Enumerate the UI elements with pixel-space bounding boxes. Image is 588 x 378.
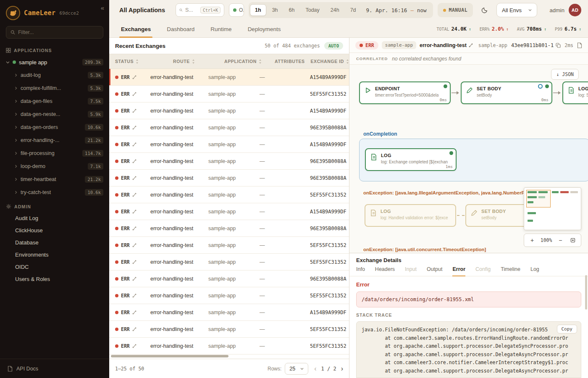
- sidebar-admin-item[interactable]: ClickHouse: [0, 224, 109, 236]
- sidebar-route-item[interactable]: try-catch-test 10.6k: [0, 186, 109, 199]
- exchange-table-row[interactable]: ERR error-handling-test sample-app — A15…: [109, 102, 349, 119]
- sidebar-route-item[interactable]: audit-log 5.3k: [0, 68, 109, 81]
- exchange-status-badge: ERR: [355, 41, 378, 50]
- exchange-table-row[interactable]: ERR error-handling-test sample-app — A15…: [109, 69, 349, 86]
- flow-node-endpoint[interactable]: ENDPOINT timer:errorTest?period=5000&del…: [359, 81, 451, 104]
- sidebar-route-item[interactable]: data-gen-neste... 5.9k: [0, 108, 109, 121]
- route-cell: error-handling-test: [144, 142, 202, 147]
- exchange-table-row[interactable]: ERR error-handling-test sample-app — 96E…: [109, 153, 349, 170]
- api-docs-label: API Docs: [16, 366, 38, 372]
- horizontal-scrollbar[interactable]: [111, 355, 228, 357]
- main-nav-tabs: Exchanges Dashboard Runtime Deployments …: [109, 20, 588, 38]
- details-tab[interactable]: Output: [427, 266, 443, 276]
- time-range-button[interactable]: 24h: [326, 4, 344, 16]
- nav-tab[interactable]: Exchanges: [119, 26, 152, 37]
- flow-node-setbody[interactable]: SET BODY setBody 0ms: [461, 81, 552, 104]
- time-range-button[interactable]: 7d: [345, 4, 361, 16]
- exchange-details-panel: Exchange Details Info Headers Input Outp…: [349, 253, 588, 378]
- nav-tab[interactable]: Deployments: [246, 26, 283, 37]
- sidebar-route-item[interactable]: file-processing 114.7k: [0, 147, 109, 160]
- dark-mode-toggle[interactable]: [478, 3, 492, 17]
- details-tab[interactable]: Info: [356, 266, 365, 276]
- nav-tab[interactable]: Runtime: [209, 26, 233, 37]
- document-icon[interactable]: [577, 42, 582, 48]
- sidebar-api-docs[interactable]: API Docs: [0, 359, 109, 378]
- prev-page-button[interactable]: ‹: [314, 365, 316, 372]
- sidebar-route-item[interactable]: loop-demo 7.1k: [0, 160, 109, 173]
- application-cell: sample-app: [202, 175, 254, 181]
- copy-button[interactable]: Copy: [557, 325, 578, 333]
- details-tab[interactable]: Headers: [375, 266, 395, 276]
- exchange-route-name[interactable]: error-handling-test: [420, 42, 473, 48]
- download-json-button[interactable]: ↓ JSON: [551, 69, 579, 80]
- flow-node-exception-log[interactable]: LOG log: Handled validation error: ${exc…: [365, 204, 456, 227]
- time-range-button[interactable]: 3h: [267, 4, 283, 16]
- route-flow-canvas[interactable]: ↓ JSON ENDPOINT timer:errorTest?period=5…: [349, 65, 588, 253]
- vertical-scrollbar[interactable]: [585, 275, 587, 310]
- exchange-table-row[interactable]: ERR error-handling-test sample-app — 5EF…: [109, 86, 349, 102]
- environment-select[interactable]: All Envs: [496, 3, 537, 17]
- sidebar-route-item[interactable]: timer-heartbeat 21.2k: [0, 173, 109, 186]
- sidebar-admin-item[interactable]: Audit Log: [0, 212, 109, 224]
- time-range-button[interactable]: 1h: [250, 4, 266, 16]
- search-input[interactable]: [185, 7, 198, 13]
- sidebar-admin-item[interactable]: Database: [0, 236, 109, 249]
- sidebar-filter[interactable]: [6, 26, 103, 39]
- nav-tab[interactable]: Dashboard: [165, 26, 196, 37]
- details-tab[interactable]: Input: [405, 266, 417, 276]
- sidebar-route-item[interactable]: error-handling-... 21.2k: [0, 134, 109, 147]
- column-header[interactable]: ROUTE: [167, 59, 218, 64]
- sidebar-app-sample-app[interactable]: sample app 209.3k: [0, 56, 109, 68]
- exchange-table-row[interactable]: ERR error-handling-test sample-app — A15…: [109, 203, 349, 220]
- details-tab[interactable]: Config: [475, 266, 491, 276]
- exchange-table-row[interactable]: ERR error-handling-test sample-app — 5EF…: [109, 186, 349, 203]
- next-page-button[interactable]: ›: [341, 365, 343, 372]
- zoom-in-button[interactable]: +: [528, 237, 536, 244]
- rows-per-page-select[interactable]: 25: [285, 363, 308, 375]
- column-header[interactable]: STATUS: [109, 59, 167, 64]
- column-header[interactable]: APPLICATION: [218, 59, 269, 64]
- sidebar-route-item[interactable]: complex-fulfillm... 5.3k: [0, 81, 109, 94]
- flow-node-log[interactable]: LOG log: Sta: [562, 81, 588, 104]
- exchange-table-row[interactable]: ERR error-handling-test sample-app — 5EF…: [109, 338, 349, 354]
- time-range-button[interactable]: Today: [300, 4, 324, 16]
- copy-icon[interactable]: [556, 43, 561, 48]
- sidebar-admin-item[interactable]: Environments: [0, 249, 109, 261]
- sidebar-admin-item[interactable]: Users & Roles: [0, 273, 109, 285]
- trend-arrow-icon: ↑: [579, 27, 581, 32]
- time-range-button[interactable]: 6h: [284, 4, 300, 16]
- zoom-out-button[interactable]: −: [556, 237, 564, 244]
- sidebar-collapse-button[interactable]: «: [101, 4, 104, 11]
- exchange-table-row[interactable]: ERR error-handling-test sample-app — 5EF…: [109, 321, 349, 338]
- minimap-node: [528, 201, 533, 203]
- exchange-table-row[interactable]: ERR error-handling-test sample-app — 5EF…: [109, 254, 349, 270]
- exchange-table-row[interactable]: ERR error-handling-test sample-app — 5EF…: [109, 287, 349, 304]
- auto-refresh-badge[interactable]: AUTO: [324, 42, 343, 50]
- flow-node-completion-log[interactable]: LOG log: Exchange completed [${exchan 1m…: [365, 148, 457, 171]
- details-tab[interactable]: Log: [530, 266, 539, 276]
- sidebar-route-item[interactable]: data-gen-orders 10.6k: [0, 121, 109, 134]
- stack-trace-block[interactable]: Copy java.io.FileNotFoundException: /dat…: [356, 321, 581, 378]
- details-tab[interactable]: Error: [452, 266, 465, 276]
- user-avatar[interactable]: AD: [569, 4, 581, 16]
- errors-only-toggle[interactable]: O...: [229, 3, 244, 17]
- sidebar-admin-item[interactable]: OIDC: [0, 261, 109, 273]
- filter-input[interactable]: [18, 29, 99, 35]
- global-search[interactable]: Ctrl+K: [176, 3, 224, 17]
- exchange-table-row[interactable]: ERR error-handling-test sample-app — 96E…: [109, 170, 349, 186]
- manual-refresh-button[interactable]: MANUAL: [438, 3, 473, 17]
- exchange-table-row[interactable]: ERR error-handling-test sample-app — 96E…: [109, 270, 349, 287]
- exchange-table-row[interactable]: ERR error-handling-test sample-app — 96E…: [109, 119, 349, 136]
- exchange-table-row[interactable]: ERR error-handling-test sample-app — A15…: [109, 304, 349, 321]
- column-header[interactable]: ATTRIBUTES: [269, 59, 304, 64]
- time-range-display[interactable]: 9. Apr. 16:16 – now: [361, 7, 432, 13]
- zoom-fit-button[interactable]: [569, 238, 577, 243]
- exchange-table-row[interactable]: ERR error-handling-test sample-app — A15…: [109, 136, 349, 153]
- exchange-table-row[interactable]: ERR error-handling-test sample-app — 5EF…: [109, 237, 349, 254]
- column-header[interactable]: EXCHANGE ID: [304, 59, 349, 64]
- sidebar-route-item[interactable]: data-gen-files 7.5k: [0, 94, 109, 108]
- exchange-table-row[interactable]: ERR error-handling-test sample-app — 96E…: [109, 220, 349, 237]
- status-cell: ERR: [109, 91, 144, 97]
- flow-minimap[interactable]: [524, 187, 581, 230]
- details-tab[interactable]: Timeline: [501, 266, 520, 276]
